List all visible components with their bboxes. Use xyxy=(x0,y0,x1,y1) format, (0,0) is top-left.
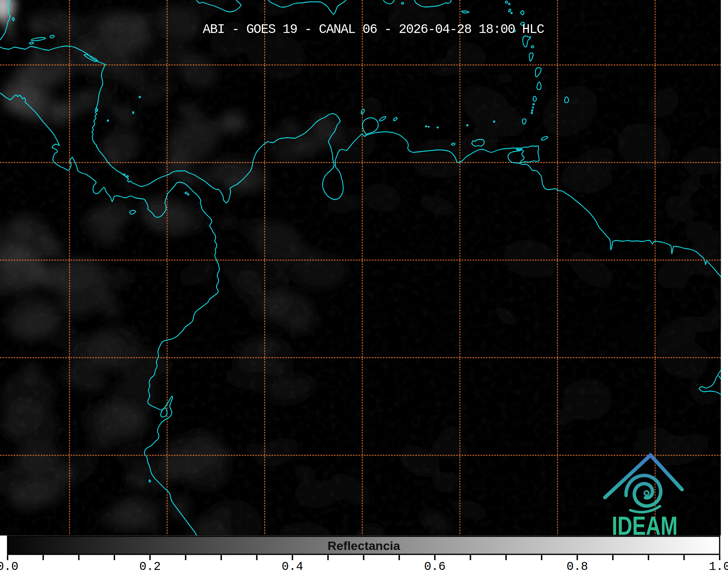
svg-text:0.4: 0.4 xyxy=(282,560,303,571)
svg-text:Reflectancia: Reflectancia xyxy=(328,539,400,553)
svg-text:0.2: 0.2 xyxy=(139,560,161,571)
svg-text:0.6: 0.6 xyxy=(424,560,445,571)
svg-text:1.0: 1.0 xyxy=(709,560,728,571)
svg-text:0.8: 0.8 xyxy=(567,560,588,571)
svg-text:ABI - GOES 19 - CANAL 06 - 202: ABI - GOES 19 - CANAL 06 - 2026-04-28 18… xyxy=(203,22,544,37)
svg-text:0.0: 0.0 xyxy=(0,560,18,571)
